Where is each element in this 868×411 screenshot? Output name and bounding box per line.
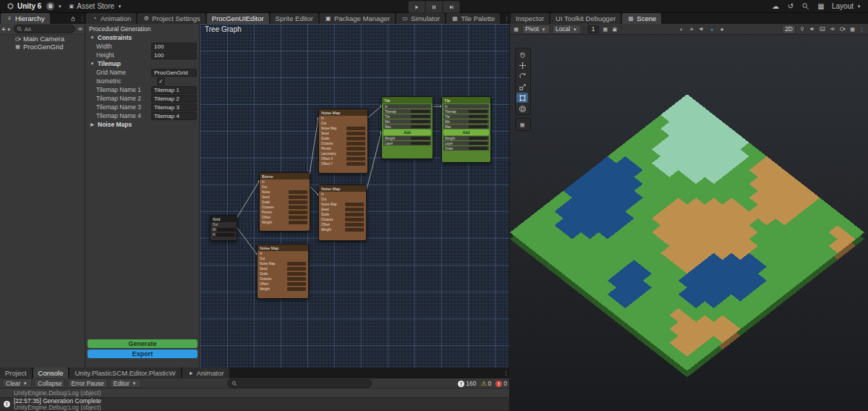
asset-store-button[interactable]: ▣ Asset Store ▾ (68, 2, 123, 10)
recttool-tool-button[interactable] (516, 93, 528, 103)
hierarchy-item-procgengrid[interactable]: ▦ProcGenGrid (0, 43, 85, 51)
export-button[interactable]: Export (88, 349, 197, 358)
bottom-tab-project[interactable]: Project (0, 368, 32, 378)
generate-button[interactable]: Generate (88, 339, 197, 348)
foldout-tilemap[interactable]: ▼Tilemap (85, 59, 200, 68)
pause-button[interactable] (425, 1, 443, 13)
node-add-button[interactable]: Add (383, 130, 431, 135)
transform-tool-button[interactable] (516, 103, 528, 114)
grid-size-field[interactable]: 1 (587, 25, 599, 33)
tab-tile-palette[interactable]: ▦Tile Palette (446, 13, 500, 24)
tab-package-manager[interactable]: ▣Package Manager (320, 13, 395, 24)
graph-node-noise-3[interactable]: Noise MapInOutNoise MapSeedScaleOctavesO… (257, 244, 309, 299)
shaded-icon[interactable]: ◐ (678, 26, 685, 33)
node-field[interactable] (346, 132, 365, 135)
console-entry[interactable]: ![22:57:35] Generation CompleteUnityEngi… (0, 398, 509, 411)
bottom-tab-unity-plasticscm-editor-plasticw[interactable]: Unity.PlasticSCM.Editor.PlasticW (69, 368, 180, 378)
node-field[interactable] (289, 200, 307, 204)
node-field[interactable] (287, 262, 306, 266)
grid-icon[interactable]: ▦ (849, 26, 856, 33)
local-dropdown[interactable]: Local ▾ (553, 25, 581, 34)
node-field[interactable] (287, 267, 306, 271)
text-field[interactable]: Tilemap 1 (151, 86, 197, 94)
play-button[interactable] (408, 1, 425, 13)
tab-procgenuieditor[interactable]: ProcGenUIEditor (207, 13, 269, 24)
tree-graph-canvas[interactable]: Tree Graph GridOutWHBiomeInOutNoiseSeedS… (200, 24, 510, 368)
node-field[interactable] (469, 125, 488, 129)
node-field[interactable] (411, 137, 430, 140)
console-count-error[interactable]: !0 (495, 380, 507, 387)
hierarchy-search-input[interactable]: All (14, 25, 75, 33)
node-field[interactable] (289, 206, 307, 209)
tab-scene[interactable]: ▦Scene (622, 13, 661, 24)
eye-icon[interactable] (77, 26, 83, 33)
eye-icon[interactable] (829, 26, 835, 33)
node-field[interactable] (411, 125, 430, 129)
node-field[interactable] (287, 287, 306, 291)
editor-dropdown[interactable]: Editor ▾ (110, 378, 141, 388)
node-field[interactable] (469, 110, 488, 114)
graph-node-noise-2[interactable]: Noise MapInOutNoise MapSeedScaleOctavesO… (318, 185, 367, 241)
node-field[interactable] (411, 110, 430, 114)
speaker-icon[interactable] (809, 26, 815, 33)
bottom-tab-menu[interactable]: ⋮ (503, 368, 509, 378)
text-field[interactable]: 100 (151, 51, 197, 59)
snap-grid-tool-button[interactable]: ▦ (516, 119, 528, 130)
speaker-icon[interactable] (699, 26, 705, 33)
node-field[interactable] (346, 162, 365, 166)
node-field[interactable] (345, 208, 364, 211)
node-field[interactable] (469, 115, 488, 119)
snap-grid-icon[interactable]: ▦ (602, 26, 608, 33)
snap-increment-icon[interactable]: ▣ (611, 26, 618, 33)
node-field[interactable] (345, 203, 364, 206)
bottom-tab-console[interactable]: Console (33, 368, 69, 378)
error-pause-button[interactable]: Error Pause (67, 378, 107, 388)
node-field[interactable] (469, 120, 488, 124)
node-field[interactable] (289, 190, 307, 194)
node-field[interactable] (346, 147, 365, 151)
bottom-tab-animator[interactable]: Animator (182, 368, 229, 378)
node-field[interactable] (469, 137, 488, 140)
console-count-info[interactable]: !160 (458, 380, 476, 387)
text-field[interactable]: ProcGenGrid (151, 69, 197, 77)
scale-tool-button[interactable] (516, 82, 528, 92)
rotate-tool-button[interactable] (516, 71, 528, 81)
foldout-noise-maps[interactable]: ▶Noise Maps (85, 120, 200, 129)
node-field[interactable] (469, 147, 488, 151)
camera-icon[interactable] (839, 26, 846, 33)
clear-button[interactable]: Clear ▾ (2, 378, 32, 388)
node-field[interactable] (411, 115, 430, 119)
move-tool-button[interactable] (516, 60, 528, 70)
node-field[interactable] (346, 157, 365, 161)
node-field[interactable] (289, 216, 307, 219)
node-add-button[interactable]: Add (443, 130, 489, 135)
node-field[interactable] (289, 211, 307, 214)
console-search-input[interactable] (227, 379, 372, 388)
node-field[interactable] (217, 228, 236, 232)
node-field[interactable] (345, 228, 364, 232)
node-field[interactable] (346, 127, 365, 130)
checkbox[interactable]: ✓ (157, 77, 165, 85)
node-field[interactable] (346, 137, 365, 140)
layout-dropdown[interactable]: Layout▾ (832, 2, 862, 10)
node-field[interactable] (345, 213, 364, 216)
graph-node-grid[interactable]: GridOutWH (210, 215, 237, 241)
account-button[interactable]: B ▾ (46, 2, 63, 10)
sun-icon[interactable]: ☀ (689, 26, 695, 33)
foldout-constraints[interactable]: ▼Constraints (85, 33, 200, 42)
tab-animation[interactable]: ◔Animation (86, 13, 136, 24)
pivot-dropdown[interactable]: Pivot ▾ (522, 25, 550, 34)
hierarchy-item-main-camera[interactable]: Main Camera (0, 35, 85, 43)
text-field[interactable]: Tilemap 3 (151, 103, 197, 111)
text-field[interactable]: Tilemap 4 (151, 112, 197, 120)
node-field[interactable] (287, 282, 306, 286)
graph-node-tile-2[interactable]: TileInTilemapTileMinMaxAddWeightLayerOrd… (441, 96, 491, 163)
tab-project-settings[interactable]: ⚙Project Settings (137, 13, 205, 24)
tab-sprite-editor[interactable]: Sprite Editor (271, 13, 318, 24)
add-gameobject-button[interactable]: +▾ (1, 25, 12, 33)
mode-2d-button[interactable]: 2D (782, 25, 796, 34)
text-field[interactable]: Tilemap 2 (151, 95, 197, 103)
node-field[interactable] (287, 272, 306, 276)
star-icon[interactable]: ★ (719, 26, 726, 33)
graph-node-tile-1[interactable]: TileInTilemapTileMinMaxAddWeightLayer (381, 96, 433, 159)
